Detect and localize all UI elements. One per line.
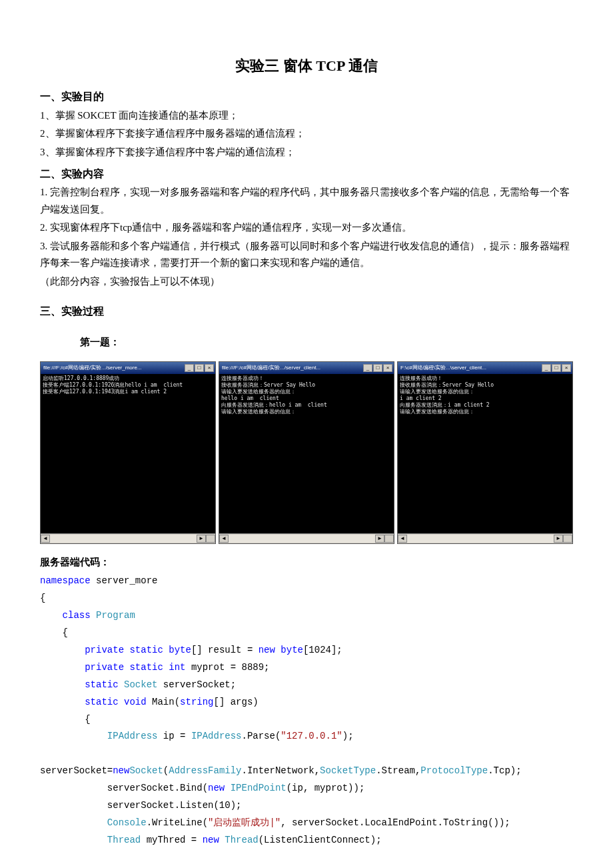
console-output: 启动监听127.0.0.1:8889成功 接受客户端127.0.0.1:1926… <box>41 374 215 543</box>
close-icon[interactable]: × <box>383 364 392 372</box>
titlebar: file:///F:/c#网络编程/实验.../server_client...… <box>219 362 394 374</box>
s2-item-1: 1. 完善控制台程序，实现一对多服务器端和客户端的程序代码，其中服务器只需接收多… <box>40 184 573 218</box>
server-code-heading: 服务器端代码： <box>40 553 573 571</box>
type-console: Console <box>107 817 147 828</box>
kw-private: private <box>85 662 124 673</box>
kw-byte: byte <box>281 645 303 655</box>
window-buttons: _ □ × <box>542 364 571 372</box>
close-paren: ); <box>342 731 354 741</box>
brace-open: { <box>63 627 68 638</box>
kw-static: static <box>85 679 118 690</box>
myprot-decl: myprot = 8889; <box>185 662 269 673</box>
type-addressfamily: AddressFamily <box>169 765 241 776</box>
resize-grip-icon[interactable] <box>206 535 215 543</box>
scroll-right-icon[interactable]: ► <box>375 535 384 543</box>
section-1-heading: 一、实验目的 <box>40 87 573 105</box>
str-ip: "127.0.0.1" <box>281 731 342 741</box>
title-text: file:///F:/c#网络编程/实验.../server_more... <box>43 363 142 373</box>
page-title: 实验三 窗体 TCP 通信 <box>40 53 573 78</box>
kw-new: new <box>208 783 225 793</box>
kw-static: static <box>85 697 118 707</box>
type-ipendpoint: IPEndPoint <box>231 783 287 793</box>
scroll-left-icon[interactable]: ◄ <box>398 535 407 543</box>
bind-call-1: serverSocket.Bind( <box>40 783 208 793</box>
close-icon[interactable]: × <box>205 364 214 372</box>
console-window-server: file:///F:/c#网络编程/实验.../server_more... _… <box>40 361 216 544</box>
ip-eq: ip = <box>157 731 191 741</box>
scroll-right-icon[interactable]: ► <box>554 535 563 543</box>
scroll-track[interactable] <box>407 535 554 543</box>
minimize-icon[interactable]: _ <box>542 364 551 372</box>
kw-static: static <box>129 662 163 673</box>
internetwork: .InterNetwork, <box>241 765 320 776</box>
ns-name: server_more <box>91 575 158 586</box>
question-1-heading: 第一题： <box>80 333 573 351</box>
titlebar: file:///F:/c#网络编程/实验.../server_more... _… <box>41 362 215 374</box>
type-thread: Thread <box>107 835 141 845</box>
s2-item-3a: 3. 尝试服务器能和多个客户端通信，并行模式（服务器可以同时和多个客户端进行收发… <box>40 238 573 272</box>
str-launch: "启动监听成功|" <box>208 817 281 828</box>
kw-byte: byte <box>169 645 191 655</box>
serversocket-decl: serverSocket; <box>157 679 236 690</box>
title-text: F:\c#网络编程\实验...\server_client... <box>400 363 486 373</box>
tcp: .Tcp); <box>488 765 521 776</box>
s1-item-3: 3、掌握窗体程序下套接字通信程序中客户端的通信流程； <box>40 144 573 161</box>
type-protocoltype: ProtocolType <box>420 765 488 776</box>
scroll-left-icon[interactable]: ◄ <box>41 535 50 543</box>
minimize-icon[interactable]: _ <box>185 364 194 372</box>
horizontal-scrollbar[interactable]: ◄ ► <box>398 533 572 543</box>
scroll-track[interactable] <box>50 535 197 543</box>
kw-new: new <box>113 765 129 776</box>
kw-private: private <box>85 645 124 655</box>
kw-class: class <box>63 610 91 621</box>
type-thread: Thread <box>225 835 258 845</box>
main-args: [] args) <box>214 697 259 707</box>
scroll-track[interactable] <box>229 535 375 543</box>
writeline-2: , serverSocket.LocalEndPoint.ToString())… <box>281 817 510 828</box>
s2-item-3b: （此部分内容，实验报告上可以不体现） <box>40 273 573 291</box>
kw-namespace: namespace <box>40 575 91 586</box>
parse-call: .Parse( <box>242 731 281 741</box>
kw-void: void <box>124 697 147 707</box>
brace-open: { <box>85 714 90 725</box>
maximize-icon[interactable]: □ <box>373 364 382 372</box>
console-output: 连接服务器成功！ 接收服务器消息：Server Say Hello 请输入要发送… <box>219 374 394 543</box>
serversocket-assign: serverSocket= <box>40 765 113 776</box>
byte-arr: [1024]; <box>303 645 342 655</box>
section-3-heading: 三、实验过程 <box>40 302 573 320</box>
type-sockettype: SocketType <box>320 765 376 776</box>
resize-grip-icon[interactable] <box>563 535 572 543</box>
type-socket: Socket <box>129 765 163 776</box>
s1-item-1: 1、掌握 SOKCET 面向连接通信的基本原理； <box>40 107 573 125</box>
kw-new: new <box>203 835 219 845</box>
scroll-right-icon[interactable]: ► <box>197 535 206 543</box>
scroll-left-icon[interactable]: ◄ <box>219 535 229 543</box>
mythred: myThred = <box>141 835 202 845</box>
stream: .Stream, <box>376 765 420 776</box>
bind-call-2: (ip, myprot)); <box>287 783 365 793</box>
s1-item-2: 2、掌握窗体程序下套接字通信程序中服务器端的通信流程； <box>40 125 573 143</box>
kw-string: string <box>180 697 213 707</box>
resize-grip-icon[interactable] <box>384 535 394 543</box>
kw-new: new <box>259 645 275 655</box>
minimize-icon[interactable]: _ <box>363 364 372 372</box>
titlebar: F:\c#网络编程\实验...\server_client... _ □ × <box>398 362 572 374</box>
horizontal-scrollbar[interactable]: ◄ ► <box>219 533 394 543</box>
type-program: Program <box>96 610 135 621</box>
console-window-client2: F:\c#网络编程\实验...\server_client... _ □ × 连… <box>397 361 573 544</box>
title-text: file:///F:/c#网络编程/实验.../server_client... <box>222 363 320 373</box>
window-buttons: _ □ × <box>185 364 214 372</box>
maximize-icon[interactable]: □ <box>552 364 561 372</box>
kw-static: static <box>129 645 163 655</box>
type-socket: Socket <box>124 679 157 690</box>
type-ipaddress: IPAddress <box>107 731 158 741</box>
horizontal-scrollbar[interactable]: ◄ ► <box>41 533 215 543</box>
brace-open: { <box>40 593 45 603</box>
close-icon[interactable]: × <box>562 364 571 372</box>
console-screenshots: file:///F:/c#网络编程/实验.../server_more... _… <box>40 361 573 544</box>
listen-call: serverSocket.Listen(10); <box>40 800 241 811</box>
main-name: Main( <box>147 697 180 707</box>
maximize-icon[interactable]: □ <box>195 364 204 372</box>
s2-item-2: 2. 实现窗体程序下tcp通信中，服务器端和客户端的通信程序，实现一对一多次通信… <box>40 219 573 237</box>
console-output: 连接服务器成功！ 接收服务器消息：Server Say Hello 请输入要发送… <box>398 374 572 543</box>
